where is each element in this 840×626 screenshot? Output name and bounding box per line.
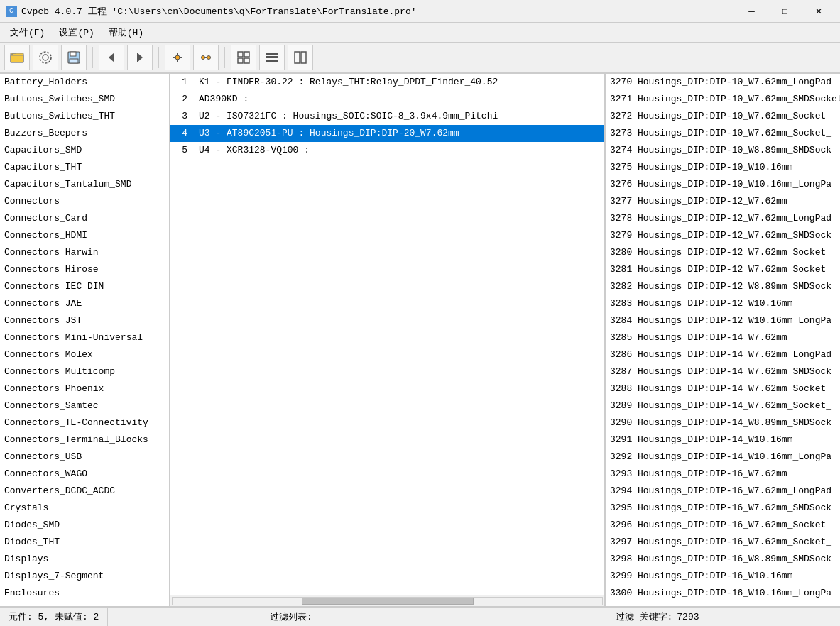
maximize-button[interactable]: □ (769, 1, 801, 21)
middle-hscrollbar[interactable] (170, 595, 604, 606)
row-number: 4 (170, 125, 192, 142)
library-item[interactable]: Capacitors_Tantalum_SMD (0, 176, 169, 193)
table-row[interactable]: 1K1 - FINDER-30.22 : Relays_THT:Relay_DP… (170, 74, 604, 91)
library-item[interactable]: Buttons_Switches_THT (0, 108, 169, 125)
library-item[interactable]: Connectors_Hirose (0, 261, 169, 278)
footprint-item[interactable]: 3291 Housings_DIP:DIP-14_W10.16mm (606, 432, 840, 449)
library-item[interactable]: Battery_Holders (0, 74, 169, 91)
library-item[interactable]: Buttons_Switches_SMD (0, 91, 169, 108)
footprint-item[interactable]: 3294 Housings_DIP:DIP-16_W7.62mm_LongPad (606, 483, 840, 500)
table-row[interactable]: 5U4 - XCR3128-VQ100 : (170, 142, 604, 159)
library-item[interactable]: Connectors_Multicomp (0, 363, 169, 380)
minimize-button[interactable]: ─ (736, 1, 768, 21)
library-item[interactable]: Connectors_JAE (0, 295, 169, 312)
library-item[interactable]: Connectors_WAGO (0, 466, 169, 483)
library-item[interactable]: Connectors_Card (0, 210, 169, 227)
library-item[interactable]: Capacitors_THT (0, 159, 169, 176)
library-item[interactable]: Connectors_Molex (0, 346, 169, 363)
library-item[interactable]: Connectors_Harwin (0, 244, 169, 261)
footprint-item[interactable]: 3296 Housings_DIP:DIP-16_W7.62mm_Socket (606, 517, 840, 534)
menu-settings[interactable]: 设置(P) (52, 23, 101, 42)
component-list: 1K1 - FINDER-30.22 : Relays_THT:Relay_DP… (170, 74, 606, 606)
footprint-item[interactable]: 3288 Housings_DIP:DIP-14_W7.62mm_Socket (606, 380, 840, 397)
footprint-item[interactable]: 3283 Housings_DIP:DIP-12_W10.16mm (606, 295, 840, 312)
footprint-item[interactable]: 3278 Housings_DIP:DIP-12_W7.62mm_LongPad (606, 210, 840, 227)
footprint-item[interactable]: 3295 Housings_DIP:DIP-16_W7.62mm_SMDSock (606, 500, 840, 517)
component-table-inner: 1K1 - FINDER-30.22 : Relays_THT:Relay_DP… (170, 74, 604, 159)
library-item[interactable]: Connectors (0, 193, 169, 210)
footprint-item[interactable]: 3275 Housings_DIP:DIP-10_W10.16mm (606, 159, 840, 176)
footprint-item[interactable]: 3286 Housings_DIP:DIP-14_W7.62mm_LongPad (606, 346, 840, 363)
footprint-item[interactable]: 3277 Housings_DIP:DIP-12_W7.62mm (606, 193, 840, 210)
menu-help[interactable]: 帮助(H) (102, 23, 151, 42)
link1-button[interactable] (165, 45, 190, 70)
view1-button[interactable] (231, 45, 256, 70)
open-button[interactable] (4, 45, 30, 70)
view2-button[interactable] (259, 45, 285, 70)
forward-button[interactable] (127, 45, 153, 70)
footprint-item[interactable]: 3280 Housings_DIP:DIP-12_W7.62mm_Socket (606, 244, 840, 261)
library-item[interactable]: Displays (0, 551, 169, 568)
footprint-item[interactable]: 3276 Housings_DIP:DIP-10_W10.16mm_LongPa (606, 176, 840, 193)
library-item[interactable]: Connectors_TE-Connectivity (0, 414, 169, 432)
footprint-item[interactable]: 3300 Housings_DIP:DIP-16_W10.16mm_LongPa (606, 585, 840, 602)
table-row[interactable]: 3U2 - ISO7321FC : Housings_SOIC:SOIC-8_3… (170, 108, 604, 125)
footprint-item[interactable]: 3285 Housings_DIP:DIP-14_W7.62mm (606, 329, 840, 346)
library-item[interactable]: Connectors_JST (0, 312, 169, 329)
library-item[interactable]: Connectors_Terminal_Blocks (0, 432, 169, 449)
footprint-item[interactable]: 3282 Housings_DIP:DIP-12_W8.89mm_SMDSock (606, 278, 840, 295)
save-button[interactable] (61, 45, 87, 70)
footprint-item[interactable]: 3273 Housings_DIP:DIP-10_W7.62mm_Socket_ (606, 125, 840, 142)
footprint-item[interactable]: 3293 Housings_DIP:DIP-16_W7.62mm (606, 466, 840, 483)
view3-button[interactable] (288, 45, 313, 70)
menu-file[interactable]: 文件(F) (3, 23, 52, 42)
close-button[interactable]: ✕ (802, 1, 834, 21)
svg-rect-6 (70, 59, 78, 63)
component-table[interactable]: 1K1 - FINDER-30.22 : Relays_THT:Relay_DP… (170, 74, 604, 595)
library-item[interactable]: Displays_7-Segment (0, 568, 169, 585)
footprint-item[interactable]: 3297 Housings_DIP:DIP-16_W7.62mm_Socket_ (606, 534, 840, 551)
back-button[interactable] (99, 45, 124, 70)
footprint-list[interactable]: 3270 Housings_DIP:DIP-10_W7.62mm_LongPad… (606, 74, 840, 606)
footprint-item[interactable]: 3301 Housings_DIP:DIP-18_W7.62mm (606, 602, 840, 606)
library-item[interactable]: Connectors_Phoenix (0, 380, 169, 397)
footprint-item[interactable]: 3270 Housings_DIP:DIP-10_W7.62mm_LongPad (606, 74, 840, 91)
library-item[interactable]: Buzzers_Beepers (0, 125, 169, 142)
library-item[interactable]: Connectors_Mini-Universal (0, 329, 169, 346)
svg-rect-15 (238, 52, 243, 57)
footprint-item[interactable]: 3298 Housings_DIP:DIP-16_W8.89mm_SMDSock (606, 551, 840, 568)
footprint-item[interactable]: 3299 Housings_DIP:DIP-16_W10.16mm (606, 568, 840, 585)
library-item[interactable]: Connectors_HDMI (0, 227, 169, 244)
link2-button[interactable] (193, 45, 219, 70)
footprint-item[interactable]: 3274 Housings_DIP:DIP-10_W8.89mm_SMDSock (606, 142, 840, 159)
library-item[interactable]: Capacitors_SMD (0, 142, 169, 159)
library-item[interactable]: Connectors_IEC_DIN (0, 278, 169, 295)
settings-button[interactable] (33, 45, 58, 70)
footprint-item[interactable]: 3281 Housings_DIP:DIP-12_W7.62mm_Socket_ (606, 261, 840, 278)
table-row[interactable]: 4U3 - AT89C2051-PU : Housings_DIP:DIP-20… (170, 125, 604, 142)
svg-rect-19 (266, 53, 278, 55)
library-item[interactable]: Diodes_THT (0, 534, 169, 551)
footprint-item[interactable]: 3284 Housings_DIP:DIP-12_W10.16mm_LongPa (606, 312, 840, 329)
row-number: 3 (170, 108, 192, 125)
table-row[interactable]: 2 AD390KD : (170, 91, 604, 108)
library-item[interactable]: Enclosures (0, 585, 169, 602)
footprint-item[interactable]: 3289 Housings_DIP:DIP-14_W7.62mm_Socket_ (606, 397, 840, 414)
title-bar: C Cvpcb 4.0.7 工程 'C:\Users\cn\Documents\… (0, 0, 840, 23)
library-item[interactable]: Crystals (0, 500, 169, 517)
footprint-item[interactable]: 3287 Housings_DIP:DIP-14_W7.62mm_SMDSock (606, 363, 840, 380)
footprint-item[interactable]: 3290 Housings_DIP:DIP-14_W8.89mm_SMDSock (606, 414, 840, 432)
library-item[interactable]: Diodes_SMD (0, 517, 169, 534)
components-count: 元件: 5, 未赋值: 2 (9, 610, 99, 623)
library-item[interactable]: Connectors_Samtec (0, 397, 169, 414)
window-controls: ─ □ ✕ (736, 1, 834, 21)
library-item[interactable]: Converters_DCDC_ACDC (0, 483, 169, 500)
footprint-item[interactable]: 3271 Housings_DIP:DIP-10_W7.62mm_SMDSock… (606, 91, 840, 108)
library-item[interactable]: Connectors_USB (0, 449, 169, 466)
row-content: U2 - ISO7321FC : Housings_SOIC:SOIC-8_3.… (192, 108, 604, 125)
footprint-item[interactable]: 3292 Housings_DIP:DIP-14_W10.16mm_LongPa (606, 449, 840, 466)
library-list[interactable]: Battery_HoldersButtons_Switches_SMDButto… (0, 74, 170, 606)
footprint-item[interactable]: 3272 Housings_DIP:DIP-10_W7.62mm_Socket (606, 108, 840, 125)
footprint-item[interactable]: 3279 Housings_DIP:DIP-12_W7.62mm_SMDSock (606, 227, 840, 244)
library-item[interactable]: EuroBoard_Outline (0, 602, 169, 606)
